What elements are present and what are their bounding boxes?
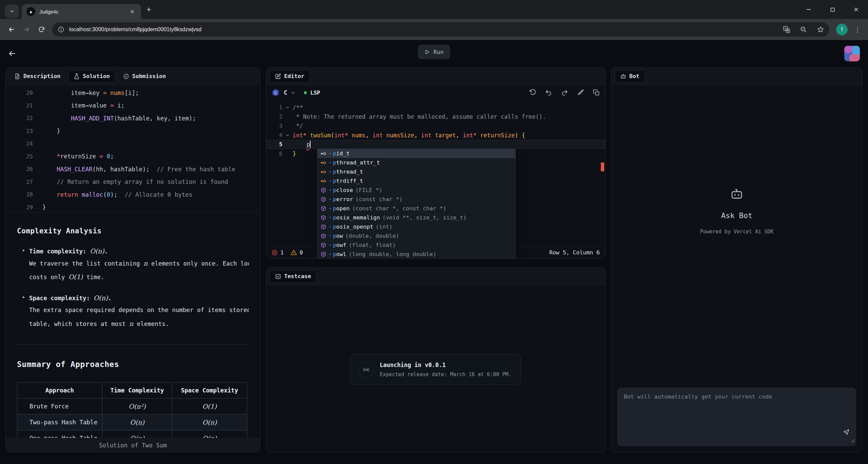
- arrow-left-icon: [8, 26, 15, 33]
- suggestion-item[interactable]: perror(const char *): [317, 195, 515, 204]
- testcase-panel-header: Testcase: [266, 268, 605, 285]
- tab-description[interactable]: Description: [9, 70, 65, 83]
- suggestion-detail: (const char *): [355, 196, 402, 202]
- robot-icon: [730, 187, 744, 201]
- error-icon: [272, 250, 278, 256]
- tab-bot[interactable]: Bot: [615, 70, 645, 83]
- editor-code-line: 2 * Note: The returned array must be mal…: [266, 112, 605, 121]
- send-button[interactable]: [843, 428, 850, 436]
- resize-handle[interactable]: [851, 438, 855, 444]
- fold-chevron-icon[interactable]: [282, 133, 293, 137]
- svg-text:C: C: [274, 90, 277, 95]
- language-selector[interactable]: C: [284, 89, 287, 96]
- type-suggestion-icon: [320, 150, 327, 157]
- reset-code-button[interactable]: [529, 89, 536, 96]
- new-tab-button[interactable]: +: [146, 5, 151, 14]
- checkbox-icon: [275, 273, 281, 279]
- tab-close-icon[interactable]: ✕: [128, 7, 136, 16]
- redo-button[interactable]: [561, 89, 568, 96]
- window-maximize-button[interactable]: [821, 0, 844, 19]
- maximize-icon: [830, 7, 835, 12]
- back-button[interactable]: [5, 23, 18, 36]
- run-button[interactable]: Run: [418, 45, 450, 59]
- middle-column: Editor C C LSP: [266, 67, 606, 452]
- reload-button[interactable]: [35, 23, 48, 36]
- send-icon: [843, 428, 850, 436]
- arrow-right-icon: [23, 26, 30, 33]
- solution-code-line: 21 item→value = i;: [6, 99, 260, 112]
- bookmark-button[interactable]: [814, 23, 827, 36]
- browser-menu-button[interactable]: ⋮: [852, 26, 863, 33]
- suggestion-item[interactable]: ptrdiff_t: [317, 176, 515, 186]
- suggestion-item[interactable]: posix_memalign(void **, size_t, size_t): [317, 213, 515, 222]
- suggestion-item[interactable]: pthread_attr_t: [317, 158, 515, 167]
- broadcast-icon: [358, 362, 374, 378]
- launch-toast: Launching in v0.0.1 Expected release dat…: [351, 354, 521, 385]
- suggestion-detail: (FILE *): [355, 187, 382, 193]
- complexity-bullet: •Space complexity: O(n).: [22, 294, 249, 302]
- suggestion-item[interactable]: powf(float, float): [317, 240, 515, 250]
- bot-input-area: [611, 388, 862, 452]
- window-close-button[interactable]: [844, 0, 868, 19]
- suggestion-label: pow: [329, 233, 343, 239]
- suggestion-label: popen: [329, 205, 350, 212]
- testcase-panel: Testcase Launching in v0.0.1 Expected re…: [266, 267, 606, 452]
- site-info-icon[interactable]: [58, 26, 64, 33]
- address-bar[interactable]: localhost:3000/problems/cm8pjqdem0001ty8…: [52, 22, 829, 37]
- editor-panel-header: Editor: [266, 67, 605, 85]
- translate-button[interactable]: G: [781, 23, 793, 36]
- suggestion-item[interactable]: powl(long double, long double): [317, 250, 515, 259]
- forward-button[interactable]: [20, 23, 33, 36]
- toast-subtitle: Expected release date: March 16 at 6:00 …: [380, 371, 511, 378]
- solution-code-line: 26 HASH_CLEAR(hh, hashTable); // Free th…: [6, 163, 260, 176]
- screen: ▲ Judge4c ✕ + localho: [0, 0, 868, 464]
- minimize-icon: [806, 7, 811, 12]
- chevron-down-icon[interactable]: [291, 90, 296, 95]
- suggestion-detail: (double, double): [345, 233, 399, 239]
- suggestion-label: ptrdiff_t: [329, 178, 363, 184]
- app-back-button[interactable]: [8, 50, 16, 58]
- lsp-status-label: LSP: [310, 90, 320, 96]
- suggestion-item[interactable]: pid_t: [317, 149, 515, 158]
- tab-submission[interactable]: Submission: [118, 70, 171, 83]
- bot-message-input[interactable]: [617, 388, 856, 446]
- user-avatar[interactable]: [844, 46, 860, 61]
- bot-empty-subtitle: Powered by Vercel Ai SDK: [611, 229, 862, 235]
- url-text[interactable]: localhost:3000/problems/cm8pjqdem0001ty8…: [69, 26, 776, 33]
- warning-icon: [291, 249, 297, 256]
- type-suggestion-icon: [320, 178, 327, 184]
- translate-icon: G: [783, 26, 790, 33]
- suggestion-label: perror: [329, 196, 353, 202]
- suggestion-item[interactable]: posix_openpt(int): [317, 222, 515, 231]
- tab-search-button[interactable]: [5, 4, 19, 18]
- copy-code-button[interactable]: [593, 89, 600, 96]
- tab-solution[interactable]: Solution: [68, 70, 115, 83]
- format-code-button[interactable]: [577, 89, 584, 96]
- complexity-paragraph-line: table, which stores at most n elements.: [29, 318, 249, 329]
- text-cursor: [310, 141, 311, 148]
- browser-tab[interactable]: ▲ Judge4c ✕: [22, 4, 141, 19]
- complexity-items: •Time complexity: O(n).We traverse the l…: [17, 247, 249, 329]
- editor-code-line: 3 */: [266, 121, 605, 131]
- tab-testcase[interactable]: Testcase: [270, 270, 316, 283]
- suggestion-item[interactable]: pthread_t: [317, 167, 515, 176]
- fold-chevron-icon[interactable]: [282, 105, 293, 110]
- window-minimize-button[interactable]: [797, 0, 821, 19]
- suggestion-label: posix_openpt: [329, 224, 373, 230]
- undo-button[interactable]: [545, 89, 552, 96]
- play-icon: [425, 49, 430, 55]
- complexity-paragraph-line: We traverse the list containing n elemen…: [29, 258, 249, 268]
- zoom-button[interactable]: [797, 23, 810, 36]
- suggestion-detail: (const char *, const char *): [352, 205, 446, 212]
- error-marker: [601, 162, 604, 171]
- tab-editor[interactable]: Editor: [270, 70, 310, 83]
- browser-toolbar: localhost:3000/problems/cm8pjqdem0001ty8…: [0, 19, 868, 40]
- suggestion-item[interactable]: pow(double, double): [317, 231, 515, 240]
- brush-icon: [577, 89, 584, 96]
- bot-panel: Bot Ask Bot Powered by Vercel Ai SDK: [611, 67, 863, 452]
- solution-code-block[interactable]: 20 item→key = nums[i];21 item→value = i;…: [6, 85, 260, 213]
- suggestion-item[interactable]: popen(const char *, const char *): [317, 204, 515, 213]
- browser-profile-avatar[interactable]: f: [836, 24, 848, 35]
- suggestion-item[interactable]: pclose(FILE *): [317, 186, 515, 195]
- function-suggestion-icon: [320, 251, 327, 257]
